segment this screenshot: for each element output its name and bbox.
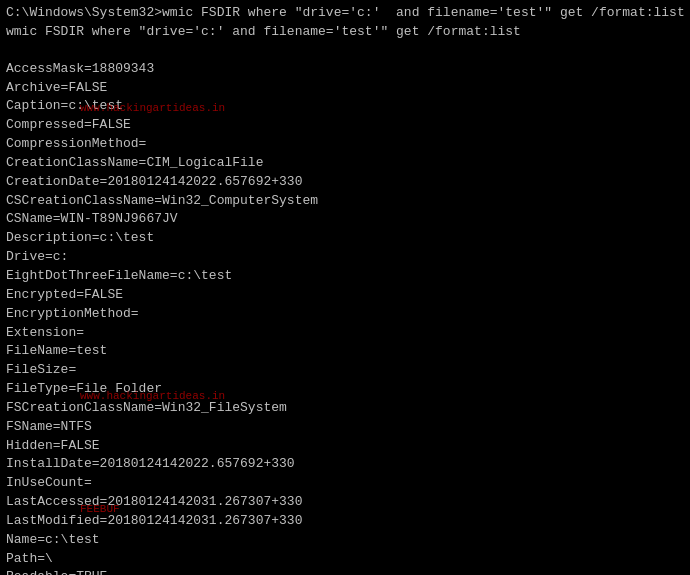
output-line: Drive=c: (6, 248, 684, 267)
command-echo-line: wmic FSDIR where "drive='c:' and filenam… (6, 23, 684, 42)
watermark-3: FEEBUF (80, 503, 120, 515)
output-line: CreationDate=20180124142022.657692+330 (6, 173, 684, 192)
output-line: InUseCount= (6, 474, 684, 493)
output-line: Encrypted=FALSE (6, 286, 684, 305)
prompt-line: C:\Windows\System32>wmic FSDIR where "dr… (6, 4, 684, 23)
output-line: InstallDate=20180124142022.657692+330 (6, 455, 684, 474)
output-line: AccessMask=18809343 (6, 60, 684, 79)
output-line: CreationClassName=CIM_LogicalFile (6, 154, 684, 173)
output-line: CSCreationClassName=Win32_ComputerSystem (6, 192, 684, 211)
output-line: FileName=test (6, 342, 684, 361)
terminal-window: C:\Windows\System32>wmic FSDIR where "dr… (0, 0, 690, 575)
output-line: EightDotThreeFileName=c:\test (6, 267, 684, 286)
output-line: Extension= (6, 324, 684, 343)
blank-line (6, 42, 684, 60)
watermark-2: www.hackingartideas.in (80, 390, 225, 402)
output-line: FSName=NTFS (6, 418, 684, 437)
output-line: Archive=FALSE (6, 79, 684, 98)
output-line: CompressionMethod= (6, 135, 684, 154)
output-line: Name=c:\test (6, 531, 684, 550)
output-line: Description=c:\test (6, 229, 684, 248)
output-line: CSName=WIN-T89NJ9667JV (6, 210, 684, 229)
output-line: Readable=TRUE (6, 568, 684, 575)
watermark-1: www.hackingartideas.in (80, 102, 225, 114)
output-container: AccessMask=18809343Archive=FALSECaption=… (6, 60, 684, 575)
output-line: Compressed=FALSE (6, 116, 684, 135)
output-line: Path=\ (6, 550, 684, 569)
output-line: FileSize= (6, 361, 684, 380)
output-line: Hidden=FALSE (6, 437, 684, 456)
output-line: EncryptionMethod= (6, 305, 684, 324)
